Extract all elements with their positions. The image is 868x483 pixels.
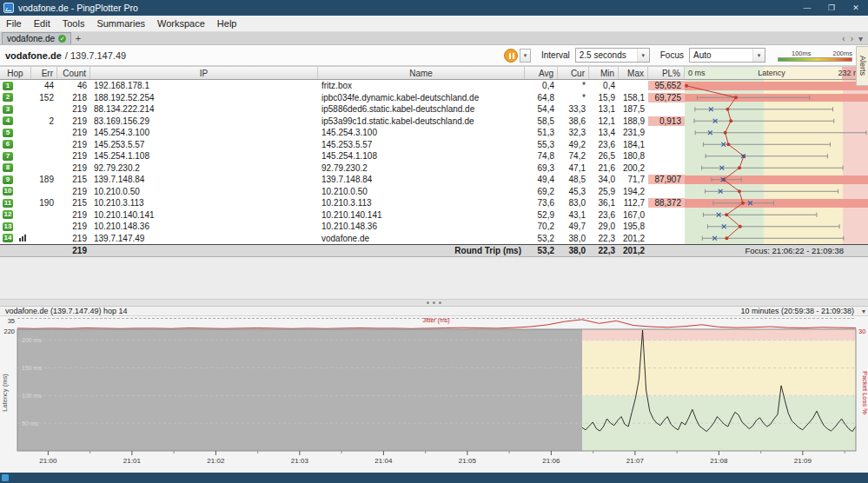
- svg-text:21:07: 21:07: [626, 457, 645, 465]
- cell-latency-graph: [685, 80, 868, 92]
- menu-file[interactable]: File: [0, 16, 28, 31]
- table-row[interactable]: 8 219 92.79.230.2 92.79.230.2 69,3 47,1 …: [0, 162, 868, 175]
- timeline-title: vodafone.de (139.7.147.49) hop 14: [0, 307, 128, 315]
- svg-text:21:00: 21:00: [39, 457, 57, 465]
- hop-number-badge: 3: [3, 105, 13, 114]
- col-header-ip[interactable]: IP: [90, 67, 318, 79]
- col-header-name[interactable]: Name: [318, 67, 525, 79]
- svg-text:50 ms: 50 ms: [22, 420, 39, 427]
- table-row[interactable]: 1 44 46 192.168.178.1 fritz.box 0,4 * 0,…: [0, 80, 868, 92]
- summary-min: 22,3: [589, 246, 619, 255]
- hop-chart-icon: [19, 235, 27, 242]
- table-row[interactable]: 4 2 219 83.169.156.29 ip53a99c1d.static.…: [0, 116, 868, 128]
- cell-ip: 139.7.147.49: [90, 234, 318, 243]
- cell-min: 36,1: [589, 198, 619, 208]
- table-row[interactable]: 5 219 145.254.3.100 145.254.3.100 51,3 3…: [0, 127, 868, 139]
- col-header-min[interactable]: Min: [589, 67, 619, 79]
- alerts-side-tab[interactable]: Alerts: [856, 46, 868, 86]
- pane-splitter-handle[interactable]: [0, 299, 868, 307]
- cell-count: 219: [57, 163, 90, 173]
- cell-ip: 10.210.140.141: [90, 210, 318, 220]
- focus-select[interactable]: Auto ▾: [689, 48, 765, 63]
- cell-max: 112,7: [619, 198, 648, 208]
- cell-count: 219: [57, 222, 90, 231]
- tab-vodafone[interactable]: vodafone.de ✓: [2, 32, 71, 44]
- interval-select[interactable]: 2.5 seconds ▾: [575, 48, 650, 63]
- hop-number-badge: 1: [3, 82, 13, 90]
- cell-count: 215: [57, 175, 90, 184]
- menu-help[interactable]: Help: [211, 16, 243, 31]
- focus-value: Auto: [693, 50, 712, 60]
- title-bar[interactable]: vodafone.de - PingPlotter Pro — ❐ ✕: [0, 0, 868, 16]
- cell-min: 12,1: [589, 116, 619, 126]
- col-header-count[interactable]: Count: [57, 67, 90, 79]
- pause-button[interactable]: [504, 49, 518, 63]
- cell-min: 22,3: [589, 234, 619, 243]
- cell-err: 44: [31, 81, 57, 90]
- table-row[interactable]: 6 219 145.253.5.57 145.253.5.57 55,3 49,…: [0, 139, 868, 151]
- cell-cur: 38,0: [558, 234, 589, 243]
- menu-workspace[interactable]: Workspace: [151, 16, 211, 31]
- cell-count: 219: [57, 151, 90, 161]
- menu-edit[interactable]: Edit: [28, 16, 56, 31]
- hop-number-badge: 14: [3, 234, 13, 242]
- timeline-range-button[interactable]: 10 minutes (20:59:38 - 21:09:38): [740, 307, 868, 315]
- table-row[interactable]: 12 219 10.210.140.141 10.210.140.141 52,…: [0, 209, 868, 222]
- cell-pl: 95,652: [648, 81, 685, 90]
- close-icon[interactable]: ✕: [844, 0, 868, 16]
- tab-label: vodafone.de: [7, 34, 55, 43]
- table-row[interactable]: 9 189 215 139.7.148.84 139.7.148.84 49,4…: [0, 174, 868, 186]
- cell-ip: 83.169.156.29: [90, 116, 318, 126]
- focus-range-note: Focus: 21:06:22 - 21:09:38: [685, 246, 868, 255]
- cell-min: 13,1: [589, 104, 619, 114]
- tab-scroll-left-icon[interactable]: ‹: [842, 34, 845, 43]
- table-row[interactable]: 2 152 218 188.192.52.254 ipbc034fe.dynam…: [0, 92, 868, 104]
- hop-number-badge: 6: [3, 140, 13, 149]
- table-row[interactable]: 11 190 215 10.210.3.113 10.210.3.113 73,…: [0, 197, 868, 209]
- cell-count: 219: [57, 116, 90, 126]
- latency-scale-header: 0 ms Latency 232 ms: [685, 67, 868, 79]
- timeline-header: vodafone.de (139.7.147.49) hop 14 10 min…: [0, 307, 868, 316]
- cell-max: 195,8: [619, 222, 648, 231]
- cell-cur: 43,1: [558, 210, 589, 220]
- minimize-icon[interactable]: —: [795, 0, 819, 16]
- cell-err: 190: [31, 198, 57, 208]
- col-header-hop[interactable]: Hop: [0, 67, 31, 79]
- col-header-pl[interactable]: PL%: [648, 67, 685, 79]
- svg-text:21:01: 21:01: [123, 457, 142, 465]
- maximize-icon[interactable]: ❐: [819, 0, 844, 16]
- menu-tools[interactable]: Tools: [56, 16, 91, 31]
- col-header-cur[interactable]: Cur: [558, 67, 589, 79]
- trace-table-body: 1 44 46 192.168.178.1 fritz.box 0,4 * 0,…: [0, 80, 868, 244]
- cell-max: 194,2: [619, 187, 648, 196]
- table-row[interactable]: 3 219 88.134.222.214 ip5886ded6.static.k…: [0, 103, 868, 116]
- table-row[interactable]: 10 219 10.210.0.50 10.210.0.50 69,2 45,3…: [0, 186, 868, 198]
- tab-scroll-right-icon[interactable]: ›: [851, 34, 853, 43]
- table-row[interactable]: 13 219 10.210.148.36 10.210.148.36 70,2 …: [0, 221, 868, 233]
- trace-table-header: Hop Err Count IP Name Avg Cur Min Max PL…: [0, 66, 868, 80]
- col-header-max[interactable]: Max: [619, 67, 648, 79]
- cell-latency-graph: [685, 221, 868, 233]
- col-header-err[interactable]: Err: [31, 67, 57, 79]
- packet-loss-band: [685, 82, 868, 90]
- svg-text:35: 35: [8, 317, 15, 325]
- interval-value: 2.5 seconds: [580, 50, 626, 60]
- table-row[interactable]: 7 219 145.254.1.108 145.254.1.108 74,8 7…: [0, 150, 868, 162]
- chevron-down-icon: ▾: [752, 49, 765, 62]
- table-row[interactable]: 14 219 139.7.147.49 vodafone.de 53,2 38,…: [0, 233, 868, 245]
- cell-max: 180,8: [619, 151, 648, 161]
- cell-min: 26,5: [589, 151, 619, 161]
- timeline-range-dropdown-icon[interactable]: ▾: [862, 308, 865, 315]
- pause-dropdown-icon[interactable]: ▾: [520, 49, 531, 63]
- col-header-avg[interactable]: Avg: [525, 67, 558, 79]
- svg-text:Latency (ms): Latency (ms): [1, 374, 9, 412]
- new-tab-button[interactable]: +: [71, 32, 85, 44]
- cell-max: 200,2: [619, 163, 648, 173]
- cell-name: 145.254.3.100: [318, 128, 525, 137]
- svg-text:220: 220: [3, 328, 15, 335]
- timeline-graph[interactable]: 200 ms150 ms100 ms50 msJitter (ms)3521:0…: [0, 316, 868, 473]
- svg-text:21:04: 21:04: [374, 457, 393, 465]
- cell-ip: 10.210.148.36: [90, 222, 318, 231]
- menu-summaries[interactable]: Summaries: [90, 16, 151, 31]
- tab-list-icon[interactable]: ▾: [858, 34, 863, 43]
